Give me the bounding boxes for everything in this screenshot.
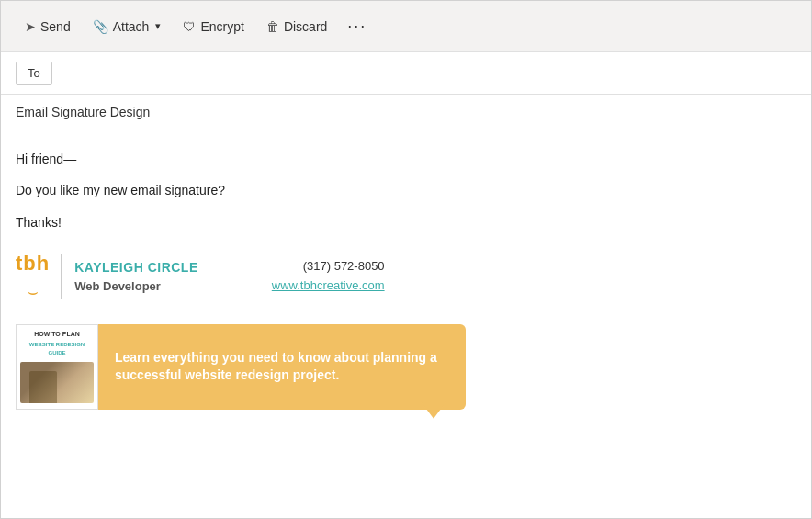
signature-website[interactable]: www.tbhcreative.com [272,276,385,296]
to-button[interactable]: To [16,62,52,85]
banner-photo [20,362,94,403]
email-signature: tbh ⌣ KAYLEIGH CIRCLE Web Developer (317… [16,243,475,310]
send-label: Send [40,19,71,34]
more-options-button[interactable]: ··· [340,11,374,41]
attach-dropdown-icon: ▾ [155,20,161,32]
encrypt-button[interactable]: 🛡 Encrypt [174,14,253,39]
attach-icon: 📎 [93,19,108,34]
banner-text: Learn everything you need to know about … [115,349,449,385]
promotional-banner: HOW TO PLAN WEBSITE REDESIGN GUIDE Learn… [16,324,466,410]
signature-logo-text: tbh [16,247,50,279]
banner-image-title: HOW TO PLAN [34,331,80,338]
signature-divider [61,254,62,299]
body-area[interactable]: Hi friend— Do you like my new email sign… [1,130,811,518]
signature-phone: (317) 572-8050 [272,257,385,276]
discard-label: Discard [284,19,327,34]
attach-label: Attach [113,19,150,34]
to-input[interactable] [60,66,796,81]
send-icon: ➤ [25,19,36,34]
compose-window: ➤ Send 📎 Attach ▾ 🛡 Encrypt 🗑 Discard ··… [0,0,812,519]
banner-image: HOW TO PLAN WEBSITE REDESIGN GUIDE [16,324,98,410]
banner-text-area: Learn everything you need to know about … [98,324,466,410]
signature-logo-smile: ⌣ [28,279,39,306]
more-icon: ··· [347,17,367,36]
signature-contact: (317) 572-8050 www.tbhcreative.com [272,257,385,296]
signature-info: KAYLEIGH CIRCLE Web Developer [74,257,198,297]
encrypt-label: Encrypt [200,19,243,34]
discard-button[interactable]: 🗑 Discard [257,14,336,39]
banner-image-subtitle: WEBSITE REDESIGN GUIDE [22,341,92,358]
body-line-1: Hi friend— [16,149,796,169]
subject-input[interactable] [16,105,796,119]
attach-button[interactable]: 📎 Attach ▾ [84,14,171,39]
signature-title: Web Developer [74,277,198,297]
body-line-3: Thanks! [16,212,796,232]
to-row: To [1,52,811,95]
body-line-2: Do you like my new email signature? [16,180,796,200]
send-button[interactable]: ➤ Send [16,14,80,39]
signature-logo: tbh ⌣ [16,247,50,306]
toolbar: ➤ Send 📎 Attach ▾ 🛡 Encrypt 🗑 Discard ··… [1,1,811,52]
subject-row [1,95,811,130]
signature-name: KAYLEIGH CIRCLE [74,257,198,277]
encrypt-icon: 🛡 [183,19,196,34]
discard-icon: 🗑 [266,19,279,34]
